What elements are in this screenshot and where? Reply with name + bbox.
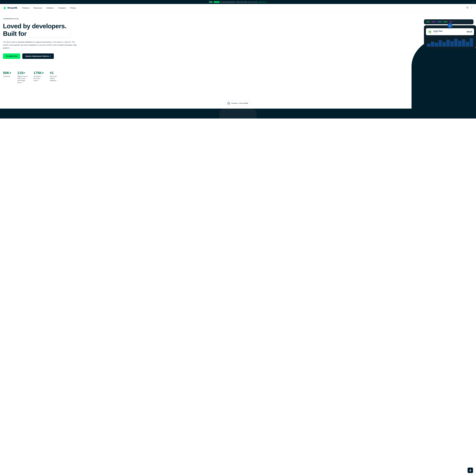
product-card-left: 🌿 Snake Plant 1m ago <box>428 30 442 34</box>
stat-most-used-number: #1 <box>50 71 58 75</box>
nav-solutions[interactable]: Solutions ▾ <box>45 6 56 10</box>
more-options-button[interactable] <box>471 5 473 10</box>
search-button[interactable] <box>465 5 470 10</box>
tag-keto: Keto <box>449 21 453 23</box>
chart-bar-8 <box>454 39 458 47</box>
explore-deployment-button[interactable]: Explore Deployment Options ▾ <box>22 53 54 59</box>
bottom-dark-section <box>0 109 476 119</box>
explore-chevron-icon: ▾ <box>50 55 51 57</box>
stat-developers-label: Developersjoin everymonth → <box>34 75 44 82</box>
svg-line-1 <box>468 8 468 8</box>
dashboard-main-card: + 🌿 Snake Plant 1m ago $33.33 <box>424 25 476 49</box>
chart-bar-5 <box>442 42 446 47</box>
navbar-logo[interactable]: MongoDB. <box>3 6 18 10</box>
product-info: Snake Plant 1m ago <box>433 30 442 33</box>
prev-announcement-button[interactable]: ‹ <box>472 1 473 3</box>
product-time: 1m ago <box>433 32 442 33</box>
chart-bar-4 <box>439 40 442 47</box>
nav-company[interactable]: Company ▾ <box>57 6 68 10</box>
hero-eyebrow: MONGODB ATLAS <box>3 18 473 19</box>
badge-new: NEW <box>209 1 213 3</box>
stat-customers: 50K+ Customers → <box>3 71 11 84</box>
chevron-down-icon <box>228 103 229 104</box>
chart-bar-6 <box>446 40 450 47</box>
solutions-chevron-icon: ▾ <box>54 7 55 9</box>
announcement-text: Introducing MongoDB 8.1, Atlas Search M0… <box>221 1 257 3</box>
dashboard-fab-button[interactable]: + <box>448 23 452 28</box>
chart-bar-12 <box>470 38 473 47</box>
badge-learn: LEARN <box>214 1 220 3</box>
stat-regions-link[interactable]: → <box>22 82 23 84</box>
nav-company-label: Company <box>58 7 66 9</box>
stat-developers: 175K+ Developersjoin everymonth → <box>34 71 44 84</box>
products-chevron-icon: ▾ <box>30 7 30 9</box>
scroll-for-more[interactable]: SCROLL FOR MORE <box>224 101 252 106</box>
nav-products-label: Products <box>22 7 29 9</box>
tag-burrito: Burrito <box>431 21 436 23</box>
scroll-circle-icon <box>227 102 230 104</box>
hero-headline-prefix: Built for <box>3 30 27 37</box>
navbar-actions <box>465 5 473 10</box>
company-chevron-icon: ▾ <box>66 7 67 9</box>
stat-regions: 115+ Regions acrossAWS, Azure,and Google… <box>17 71 28 84</box>
hero-headline-line2: Built for <box>3 30 473 37</box>
scroll-label: SCROLL FOR MORE <box>231 102 248 104</box>
explore-label: Explore Deployment Options <box>25 55 49 57</box>
resources-chevron-icon: ▾ <box>42 7 43 9</box>
hero-description: You don't need a separate database to su… <box>3 41 77 50</box>
product-name: Snake Plant <box>433 30 442 32</box>
stat-customers-number: 50K+ <box>3 71 11 75</box>
stat-regions-number: 115+ <box>17 71 28 75</box>
announcement-bar: NEW LEARN Introducing MongoDB 8.1, Atlas… <box>0 0 476 4</box>
nav-products[interactable]: Products ▾ <box>21 6 32 10</box>
hero-dashboard: Taco Burrito Nacho Burge Keto + 🌿 Snake … <box>424 19 476 49</box>
navbar-brand-name: MongoDB. <box>7 7 18 9</box>
hero-headline-line1: Loved by developers. <box>3 23 473 30</box>
announcement-arrows: ‹ › <box>472 1 474 3</box>
search-icon <box>466 6 469 9</box>
product-icon: 🌿 <box>428 30 432 34</box>
announcement-link[interactable]: Read more >> <box>259 1 267 3</box>
chart-bar-11 <box>466 42 469 47</box>
nav-pricing[interactable]: Pricing <box>69 6 77 10</box>
stat-customers-link[interactable]: → <box>3 78 4 79</box>
nav-resources-label: Resources <box>34 7 42 9</box>
svg-point-3 <box>472 7 472 8</box>
eyebrow-text: MONGODB ATLAS <box>4 18 19 19</box>
svg-point-2 <box>472 7 472 7</box>
try-atlas-free-button[interactable]: Try Atlas Free <box>3 53 20 59</box>
navbar-nav: Products ▾ Resources ▾ Solutions ▾ Compa… <box>21 6 465 10</box>
stat-most-used-link[interactable]: → <box>56 80 58 82</box>
stat-most-used-label: Most usedmoderndatabase → <box>50 75 58 82</box>
stat-customers-label: Customers → <box>3 75 11 80</box>
chart-bar-7 <box>450 41 454 47</box>
stat-regions-label: Regions acrossAWS, Azure,and GoogleCloud… <box>17 75 28 84</box>
product-card: 🌿 Snake Plant 1m ago $33.33 <box>426 28 474 35</box>
stat-most-used: #1 Most usedmoderndatabase → <box>50 71 58 84</box>
svg-point-4 <box>472 8 472 9</box>
bottom-blob <box>220 109 256 119</box>
tag-taco: Taco <box>426 21 430 23</box>
chart-bar-3 <box>435 43 438 47</box>
chart-bar-10 <box>462 39 465 47</box>
hero-section: MONGODB ATLAS Loved by developers. Built… <box>0 12 476 109</box>
hero-cta-row: Try Atlas Free Explore Deployment Option… <box>3 53 473 59</box>
hero-animated-input <box>29 30 71 37</box>
tag-burge: Burge <box>443 21 448 23</box>
nav-resources[interactable]: Resources ▾ <box>32 6 45 10</box>
next-announcement-button[interactable]: › <box>473 1 474 3</box>
chart-bar-1 <box>427 44 430 47</box>
tag-nacho: Nacho <box>437 21 442 23</box>
stats-row: 50K+ Customers → 115+ Regions acrossAWS,… <box>3 67 473 84</box>
chart-bar-2 <box>431 42 434 47</box>
nav-pricing-label: Pricing <box>70 7 75 9</box>
chart-bar-9 <box>458 41 461 47</box>
mongodb-leaf-icon <box>3 6 6 10</box>
navbar: MongoDB. Products ▾ Resources ▾ Solution… <box>0 4 476 12</box>
nav-solutions-label: Solutions <box>47 7 54 9</box>
stat-developers-link[interactable]: → <box>38 80 39 82</box>
chart-area <box>426 37 474 47</box>
dots-vertical-icon <box>472 6 472 9</box>
stat-developers-number: 175K+ <box>34 71 44 75</box>
product-price: $33.33 <box>467 31 472 33</box>
